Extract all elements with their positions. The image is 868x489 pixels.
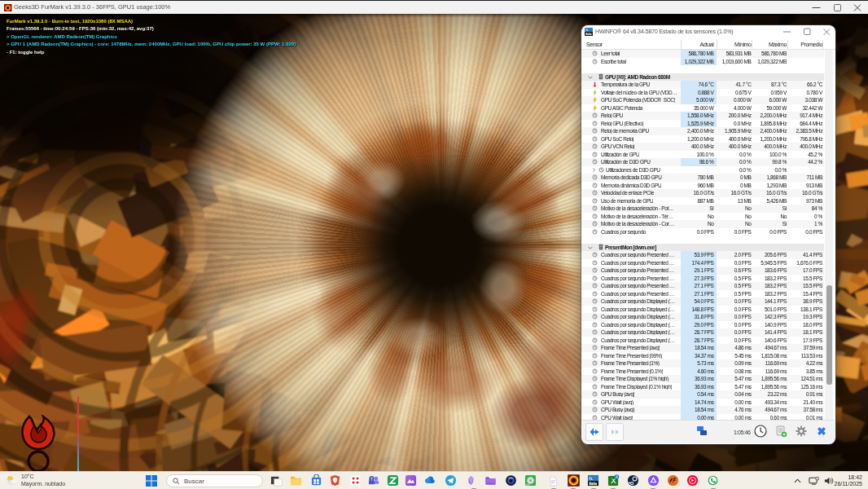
svg-text:h.: h. [590,476,594,481]
svg-text:h.: h. [586,28,589,32]
svg-text:4: 4 [616,474,618,479]
